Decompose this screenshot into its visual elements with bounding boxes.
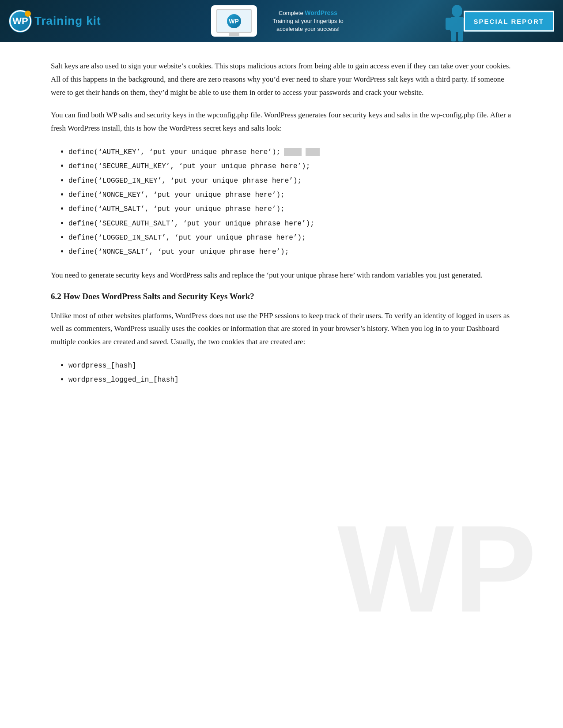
- wp-monitor-logo: WP: [227, 14, 241, 28]
- main-content: Salt keys are also used to sign your web…: [0, 42, 563, 423]
- monitor-icon-box: WP: [211, 5, 257, 37]
- list-item: define(‘AUTH_KEY’, ‘put your unique phra…: [68, 145, 512, 159]
- cookie-item-2: wordpress_logged_in_[hash]: [68, 376, 179, 384]
- special-report-badge: SPECIAL REPORT: [464, 11, 554, 31]
- list-item: define(‘NONCE_SALT’, ‘put your unique ph…: [68, 244, 512, 259]
- gear-icon: [25, 11, 31, 17]
- list-item: define(‘SECURE_AUTH_KEY’, ‘put your uniq…: [68, 159, 512, 173]
- code-item-8: define(‘NONCE_SALT’, ‘put your unique ph…: [68, 248, 289, 256]
- paragraph-1: Salt keys are also used to sign your web…: [51, 60, 512, 99]
- paragraph-4: Unlike most of other websites platforms,…: [51, 309, 512, 349]
- page-header: WP Training kit WP Complete WordPress Tr…: [0, 0, 563, 42]
- list-item: wordpress_[hash]: [68, 358, 512, 372]
- code-item-5: define(‘AUTH_SALT’, ‘put your unique phr…: [68, 205, 285, 213]
- list-item: define(‘SECURE_AUTH_SALT’, ‘put your uni…: [68, 216, 512, 230]
- list-item: define(‘AUTH_SALT’, ‘put your unique phr…: [68, 202, 512, 216]
- cookie-list: wordpress_[hash] wordpress_logged_in_[ha…: [68, 358, 512, 387]
- list-item: define(‘LOGGED_IN_SALT’, ‘put your uniqu…: [68, 230, 512, 244]
- wp-letter: WP: [12, 15, 28, 27]
- brand-logo: WP Training kit: [9, 10, 101, 33]
- svg-rect-4: [451, 32, 456, 41]
- svg-point-0: [452, 5, 462, 17]
- redacted-2: [306, 148, 320, 156]
- code-item-2: define(‘SECURE_AUTH_KEY’, ‘put your uniq…: [68, 162, 310, 170]
- svg-rect-1: [450, 17, 464, 32]
- code-item-1: define(‘AUTH_KEY’, ‘put your unique phra…: [68, 148, 280, 156]
- svg-rect-2: [446, 18, 451, 30]
- cookie-item-1: wordpress_[hash]: [68, 362, 136, 370]
- redacted-1: [284, 148, 302, 156]
- code-item-6: define(‘SECURE_AUTH_SALT’, ‘put your uni…: [68, 220, 314, 228]
- list-item: define(‘NONCE_KEY’, ‘put your unique phr…: [68, 188, 512, 202]
- code-list: define(‘AUTH_KEY’, ‘put your unique phra…: [68, 145, 512, 259]
- brand-name: Training kit: [34, 14, 101, 28]
- svg-rect-5: [458, 32, 463, 41]
- monitor-icon: WP: [216, 9, 252, 33]
- code-item-3: define(‘LOGGED_IN_KEY’, ‘put your unique…: [68, 177, 302, 185]
- code-item-7: define(‘LOGGED_IN_SALT’, ‘put your uniqu…: [68, 234, 306, 242]
- paragraph-3: You need to generate security keys and W…: [51, 269, 512, 282]
- list-item: define(‘LOGGED_IN_KEY’, ‘put your unique…: [68, 173, 512, 188]
- wp-logo-icon: WP: [9, 10, 32, 33]
- header-center: WP Complete WordPress Training at your f…: [211, 5, 352, 37]
- paragraph-2: You can find both WP salts and security …: [51, 109, 512, 135]
- list-item: wordpress_logged_in_[hash]: [68, 372, 512, 387]
- watermark: WP: [337, 498, 537, 640]
- section-heading-6-2: 6.2 How Does WordPress Salts and Securit…: [51, 292, 512, 301]
- code-item-4: define(‘NONCE_KEY’, ‘put your unique phr…: [68, 191, 285, 199]
- header-tagline: Complete WordPress Training at your fing…: [264, 9, 352, 34]
